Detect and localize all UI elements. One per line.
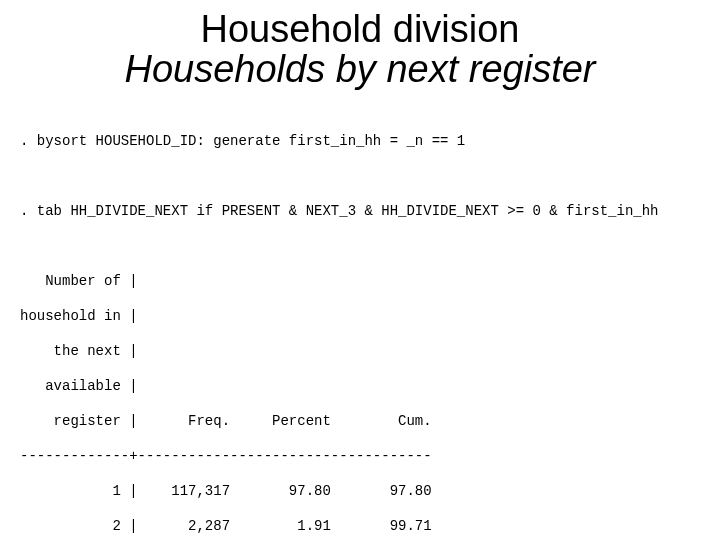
- table-header-3: the next |: [20, 343, 700, 361]
- table-row: 2 | 2,287 1.91 99.71: [20, 518, 700, 536]
- title-line-2: Households by next register: [20, 50, 700, 90]
- table-header-1: Number of |: [20, 273, 700, 291]
- table-header-5: register | Freq. Percent Cum.: [20, 413, 700, 431]
- table-header-4: available |: [20, 378, 700, 396]
- command-2: . tab HH_DIVIDE_NEXT if PRESENT & NEXT_3…: [20, 203, 700, 221]
- table-header-2: household in |: [20, 308, 700, 326]
- blank-line: [20, 168, 700, 186]
- slide: Household division Households by next re…: [0, 0, 720, 540]
- stata-output: . bysort HOUSEHOLD_ID: generate first_in…: [20, 116, 700, 540]
- table-separator: -------------+--------------------------…: [20, 448, 700, 466]
- table-row: 1 | 117,317 97.80 97.80: [20, 483, 700, 501]
- slide-title: Household division Households by next re…: [20, 10, 700, 90]
- command-1: . bysort HOUSEHOLD_ID: generate first_in…: [20, 133, 700, 151]
- blank-line: [20, 238, 700, 256]
- title-line-1: Household division: [20, 10, 700, 50]
